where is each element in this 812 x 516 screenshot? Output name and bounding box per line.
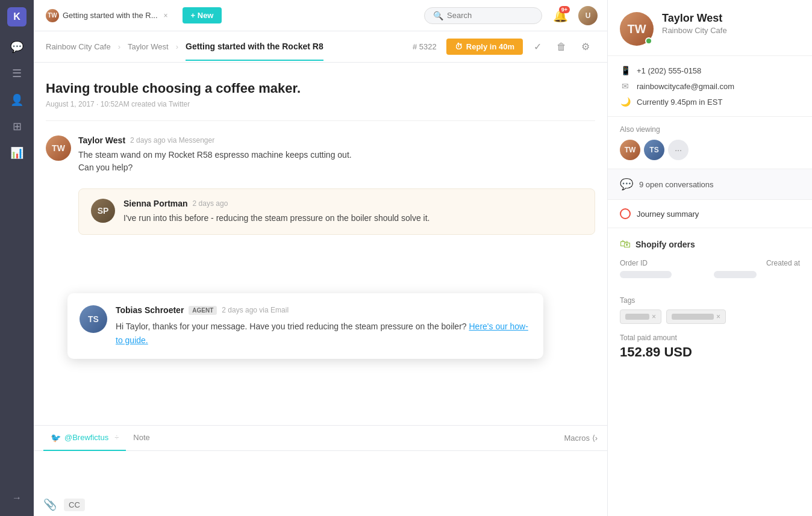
right-panel: TW Taylor West Rainbow City Cafe 📱 +1 (2… — [607, 0, 812, 516]
total-label: Total paid amount — [620, 334, 800, 342]
phone-row: 📱 +1 (202) 555-0158 — [620, 66, 800, 75]
tag-1-text — [625, 314, 649, 320]
top-bar: TW Getting started with the R... × + New… — [34, 0, 607, 31]
email-text: Hi Taylor, thanks for your message. Have… — [116, 320, 531, 347]
message-taylor: TW Taylor West 2 days ago via Messenger … — [46, 135, 595, 174]
order-id-header: Order ID — [620, 259, 648, 267]
new-button[interactable]: + New — [183, 7, 222, 23]
agent-reply-bubble: SP Sienna Portman 2 days ago I've run in… — [78, 188, 595, 235]
sidebar-item-contacts[interactable]: 👤 — [6, 89, 28, 111]
timezone-row: 🌙 Currently 9.45pm in EST — [620, 97, 800, 107]
tag-2-text — [672, 314, 714, 320]
email-author: Tobias Schroeter — [116, 305, 184, 315]
breadcrumb-company[interactable]: Rainbow City Cafe — [46, 42, 118, 51]
sidebar-item-tasks[interactable]: ☰ — [6, 63, 28, 84]
compose-toolbar: 📎 CC — [34, 493, 607, 516]
created-at-header: Created at — [766, 259, 800, 267]
settings-button[interactable]: ⚙ — [576, 37, 595, 57]
sidebar-nav: K 💬 ☰ 👤 ⊞ 📊 → — [0, 0, 34, 516]
email-time: 2 days ago via Email — [222, 306, 289, 314]
open-conversations-section[interactable]: 💬 9 open conversations — [608, 169, 812, 200]
viewer-more: ··· — [668, 140, 689, 160]
resolve-button[interactable]: ✓ — [528, 37, 547, 57]
conversation-actions: ⏱ Reply in 40m ✓ 🗑 ⚙ — [446, 37, 595, 57]
cc-button[interactable]: CC — [64, 499, 85, 511]
order-id-value — [620, 271, 672, 278]
conversation-header: Rainbow City Cafe › Taylor West › Gettin… — [34, 31, 607, 63]
notification-count: 9+ — [559, 6, 570, 13]
search-input[interactable] — [447, 11, 533, 20]
phone-icon: 📱 — [620, 66, 631, 75]
viewer-1: TW — [620, 140, 640, 160]
viewer-avatars: TW TS ··· — [620, 140, 800, 160]
compose-area: 🐦 @Brewfictus ÷ Note Macros ⟨› 📎 CC — [34, 425, 607, 516]
contact-timezone: Currently 9.45pm in EST — [637, 98, 722, 107]
sidebar-item-reports[interactable]: ⊞ — [6, 116, 28, 137]
avatar-sienna: SP — [91, 199, 115, 223]
shopify-title: Shopify orders — [636, 240, 695, 249]
agent-email-content: Tobias Schroeter AGENT 2 days ago via Em… — [116, 305, 531, 347]
compose-tab-channel[interactable]: 🐦 @Brewfictus ÷ — [43, 426, 126, 451]
compose-tabs: 🐦 @Brewfictus ÷ Note Macros ⟨› — [34, 426, 607, 451]
tag-1: × — [620, 309, 661, 324]
conversations-icon: 💬 — [620, 178, 633, 191]
avatar-taylor: TW — [46, 135, 71, 161]
tags-section: Tags × × — [620, 296, 800, 324]
macros-button[interactable]: Macros ⟨› — [564, 434, 598, 443]
reply-timer-button[interactable]: ⏱ Reply in 40m — [446, 39, 523, 55]
tab-title: Getting started with the R... — [63, 11, 158, 20]
contact-phone: +1 (202) 555-0158 — [637, 66, 701, 75]
tags-row: × × — [620, 309, 800, 324]
compose-input[interactable] — [34, 451, 607, 493]
contact-email: rainbowcitycafe@gmail.com — [637, 82, 734, 91]
shopify-col-headers: Order ID Created at — [620, 259, 800, 267]
conversation-id: # 5322 — [413, 42, 437, 51]
tag-2: × — [666, 309, 726, 324]
email-icon: ✉ — [620, 81, 631, 91]
sidebar-item-inbox[interactable]: 💬 — [6, 36, 28, 58]
attach-icon[interactable]: 📎 — [43, 498, 57, 511]
contact-name: Taylor West — [662, 12, 800, 25]
main-area: TW Getting started with the R... × + New… — [34, 0, 607, 516]
sidebar-collapse-btn[interactable]: → — [6, 487, 28, 509]
message-author-line: Taylor West 2 days ago via Messenger — [78, 135, 595, 145]
conversation-body: Having trouble choosing a coffee maker. … — [34, 63, 607, 425]
message-text1: The steam wand on my Rocket R58 espresso… — [78, 149, 595, 161]
contact-avatar-wrap: TW — [620, 12, 654, 46]
user-avatar[interactable]: U — [578, 6, 598, 25]
journey-icon — [620, 208, 631, 219]
tag-2-remove[interactable]: × — [716, 312, 720, 321]
contact-details: 📱 +1 (202) 555-0158 ✉ rainbowcitycafe@gm… — [608, 56, 812, 117]
email-text-before: Hi Taylor, thanks for your message. Have… — [116, 322, 467, 331]
agent-author: Sienna Portman — [123, 199, 188, 208]
sidebar-item-stats[interactable]: 📊 — [6, 142, 28, 164]
message-text2: Can you help? — [78, 161, 595, 174]
created-at-value — [714, 271, 757, 278]
compose-tab-note[interactable]: Note — [126, 426, 157, 451]
channel-name: @Brewfictus — [64, 433, 108, 442]
online-indicator — [645, 37, 652, 45]
message-time: 2 days ago via Messenger — [130, 136, 214, 145]
journey-summary-label: Journey summary — [637, 210, 699, 219]
shopify-section: 🛍 Shopify orders Order ID Created at Tag… — [608, 228, 812, 370]
tab-getting-started[interactable]: TW Getting started with the R... × — [43, 0, 170, 31]
avatar-tobias: TS — [80, 305, 107, 333]
app-logo[interactable]: K — [7, 7, 27, 26]
breadcrumb-contact[interactable]: Taylor West — [128, 42, 176, 51]
shopify-icon: 🛍 — [620, 238, 631, 250]
search-icon: 🔍 — [433, 11, 443, 20]
viewer-2: TS — [644, 140, 664, 160]
clock-icon: 🌙 — [620, 97, 631, 107]
tab-close-btn[interactable]: × — [164, 11, 168, 20]
conversation-title: Getting started with the Rocket R8 — [186, 33, 323, 61]
message-content-taylor: Taylor West 2 days ago via Messenger The… — [78, 135, 595, 174]
tag-1-remove[interactable]: × — [652, 312, 656, 321]
also-viewing-label: Also viewing — [620, 125, 800, 134]
contact-header: TW Taylor West Rainbow City Cafe — [608, 0, 812, 56]
message-header: Having trouble choosing a coffee maker. … — [46, 81, 595, 121]
journey-summary-section[interactable]: Journey summary — [608, 200, 812, 228]
message-subject: Having trouble choosing a coffee maker. — [46, 81, 595, 96]
note-label: Note — [133, 433, 149, 442]
delete-button[interactable]: 🗑 — [552, 37, 571, 57]
notification-bell[interactable]: 🔔 9+ — [549, 5, 571, 26]
